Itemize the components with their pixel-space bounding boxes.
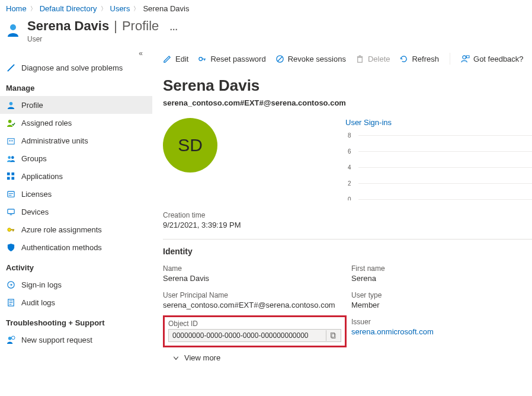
page-title: Serena Davis xyxy=(27,18,109,34)
svg-rect-32 xyxy=(358,57,363,62)
field-name: Name Serena Davis xyxy=(163,264,347,283)
svg-point-7 xyxy=(11,156,14,159)
trash-icon xyxy=(355,55,364,63)
sidebar-group-support: Troubleshooting + Support xyxy=(0,311,152,331)
svg-point-35 xyxy=(463,55,466,59)
people-icon xyxy=(6,154,15,163)
svg-rect-4 xyxy=(9,140,10,141)
svg-rect-8 xyxy=(7,172,9,175)
main-panel: Edit Reset password Revoke sessions Dele… xyxy=(152,47,532,396)
more-button[interactable]: … xyxy=(164,23,179,32)
building-icon xyxy=(6,136,15,145)
issuer-link[interactable]: serena.onmicrosoft.com xyxy=(351,327,532,336)
sidebar-item-label: Audit logs xyxy=(21,298,55,307)
sidebar-item-label: New support request xyxy=(21,336,92,344)
sidebar-item-label: Profile xyxy=(21,101,43,110)
user-icon xyxy=(6,23,20,39)
log-icon xyxy=(6,298,15,307)
breadcrumb-directory[interactable]: Default Directory xyxy=(40,4,97,13)
wrench-icon xyxy=(6,63,15,72)
svg-point-0 xyxy=(10,24,16,30)
chevron-down-icon xyxy=(172,355,180,362)
breadcrumb: Home 〉 Default Directory 〉 Users 〉 Seren… xyxy=(0,0,532,16)
copy-icon xyxy=(330,332,337,339)
sidebar-item-new-support[interactable]: New support request xyxy=(0,331,152,349)
sidebar-item-admin-units[interactable]: Administrative units xyxy=(0,132,152,149)
sidebar-group-activity: Activity xyxy=(0,256,152,276)
apps-icon xyxy=(6,171,15,181)
svg-rect-10 xyxy=(7,177,9,180)
breadcrumb-users[interactable]: Users xyxy=(110,4,130,13)
delete-button: Delete xyxy=(355,55,390,63)
svg-rect-5 xyxy=(11,140,12,141)
sidebar-item-signin-logs[interactable]: Sign-in logs xyxy=(0,276,152,293)
person-icon xyxy=(6,100,15,110)
svg-rect-12 xyxy=(7,191,14,196)
sidebar-item-diagnose[interactable]: Diagnose and solve problems xyxy=(0,59,152,76)
upn-display: serena_contoso.com#EXT#@serena.contoso.c… xyxy=(163,98,532,107)
feedback-button[interactable]: Got feedback? xyxy=(461,55,524,63)
sidebar-item-profile[interactable]: Profile xyxy=(0,96,152,114)
sidebar-item-label: Groups xyxy=(21,154,47,163)
chevron-right-icon: 〉 xyxy=(30,5,36,13)
sidebar-item-licenses[interactable]: Licenses xyxy=(0,185,152,203)
edit-icon xyxy=(163,55,172,63)
breadcrumb-home[interactable]: Home xyxy=(6,4,27,13)
sidebar-item-label: Devices xyxy=(21,207,49,216)
copy-object-id-button[interactable] xyxy=(326,330,341,341)
svg-point-17 xyxy=(7,228,11,231)
sidebar-item-label: Assigned roles xyxy=(21,119,72,127)
svg-rect-15 xyxy=(7,209,14,213)
svg-point-1 xyxy=(9,101,12,105)
svg-point-25 xyxy=(8,336,11,340)
reset-password-button[interactable]: Reset password xyxy=(198,55,265,63)
collapse-sidebar-button[interactable]: « xyxy=(0,47,152,59)
svg-rect-36 xyxy=(466,55,469,58)
sidebar-item-audit-logs[interactable]: Audit logs xyxy=(0,293,152,311)
sidebar-item-auth-methods[interactable]: Authentication methods xyxy=(0,238,152,256)
sidebar-item-azure-roles[interactable]: Azure role assignments xyxy=(0,221,152,238)
sidebar-item-groups[interactable]: Groups xyxy=(0,149,152,167)
sidebar-item-devices[interactable]: Devices xyxy=(0,203,152,221)
page-header: Serena Davis | Profile … User xyxy=(0,16,532,43)
sidebar-item-label: Authentication methods xyxy=(21,243,102,252)
svg-line-31 xyxy=(277,56,282,61)
breadcrumb-current: Serena Davis xyxy=(143,4,189,13)
view-more-button[interactable]: View more xyxy=(163,347,220,362)
chevron-right-icon: 〉 xyxy=(133,5,139,13)
page-section: Profile xyxy=(122,18,159,34)
command-bar: Edit Reset password Revoke sessions Dele… xyxy=(163,50,532,68)
key-icon xyxy=(198,55,207,63)
section-identity: Identity xyxy=(163,247,532,256)
sidebar-item-applications[interactable]: Applications xyxy=(0,167,152,185)
creation-time-value: 9/21/2021, 3:39:19 PM xyxy=(163,221,532,229)
page-subtitle: User xyxy=(27,35,179,43)
support-icon xyxy=(6,335,15,344)
sidebar-item-label: Diagnose and solve problems xyxy=(21,63,123,72)
sidebar-item-label: Licenses xyxy=(21,190,52,199)
field-first-name: First name Serena xyxy=(351,264,532,283)
field-object-id-highlight: Object ID 00000000-0000-0000-0000-000000… xyxy=(163,315,347,347)
svg-point-27 xyxy=(199,57,203,60)
shield-icon xyxy=(6,242,15,252)
edit-button[interactable]: Edit xyxy=(163,55,188,63)
device-icon xyxy=(6,207,15,216)
field-issuer: Issuer serena.onmicrosoft.com xyxy=(351,318,532,347)
sidebar-item-label: Administrative units xyxy=(21,136,88,145)
refresh-button[interactable]: Refresh xyxy=(399,55,439,63)
svg-rect-9 xyxy=(11,172,14,175)
revoke-icon xyxy=(275,55,284,63)
field-upn: User Principal Name serena_contoso.com#E… xyxy=(163,291,347,309)
display-name: Serena Davis xyxy=(163,76,532,95)
sidebar-item-assigned-roles[interactable]: Assigned roles xyxy=(0,114,152,132)
svg-rect-3 xyxy=(7,138,14,143)
feedback-icon xyxy=(461,55,470,63)
revoke-sessions-button[interactable]: Revoke sessions xyxy=(275,55,346,63)
sidebar-item-label: Azure role assignments xyxy=(21,225,102,234)
signins-link[interactable]: User Sign-ins xyxy=(345,118,532,127)
field-user-type: User type Member xyxy=(351,291,532,309)
object-id-copybox: 00000000-0000-0000-0000-000000000000 xyxy=(168,329,341,342)
person-check-icon xyxy=(6,118,15,127)
chevron-right-icon: 〉 xyxy=(101,5,107,13)
object-id-value: 00000000-0000-0000-0000-000000000000 xyxy=(169,330,326,341)
